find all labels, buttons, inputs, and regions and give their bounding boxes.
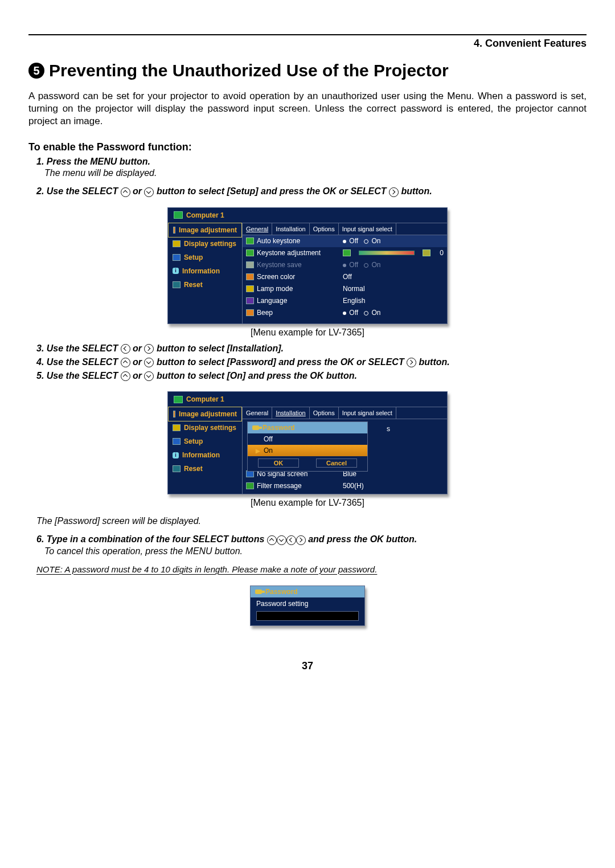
sidebar-setup[interactable]: Setup [168, 251, 242, 264]
row-beep[interactable]: Beep Off On [243, 307, 447, 324]
row-lamp-mode[interactable]: Lamp mode Normal [243, 283, 447, 295]
keystone-slider[interactable] [359, 251, 415, 255]
keystone-adj-icon [246, 249, 254, 256]
sidebar-reset-2[interactable]: Reset [168, 462, 242, 476]
keystone-save-icon [246, 261, 254, 268]
osd-sidebar: Image adjustment Display settings Setup … [168, 223, 243, 324]
password-box-title: Password [251, 586, 364, 597]
popup-cancel-button[interactable]: Cancel [316, 458, 357, 468]
password-input-field[interactable] [256, 611, 359, 621]
arrow-down-icon [144, 358, 154, 367]
arrow-down-icon [144, 371, 154, 381]
row-screen-color[interactable]: Screen color Off [243, 271, 447, 283]
display-icon [173, 424, 181, 431]
sidebar-setup-2[interactable]: Setup [168, 435, 242, 448]
password-entry-box: Password Password setting [250, 586, 365, 626]
tab-general[interactable]: General [243, 223, 272, 235]
arrow-up-icon [267, 535, 277, 545]
arrow-left-icon [286, 535, 296, 545]
menu-caption-2: [Menu example for LV-7365] [251, 498, 364, 508]
key-icon [255, 589, 262, 594]
arrow-down-icon [277, 535, 286, 545]
keystone-icon [246, 238, 254, 244]
arrow-right-icon [407, 358, 416, 367]
arrow-down-icon [144, 187, 154, 197]
osd-tabs: General Installation Options Input signa… [243, 223, 447, 235]
osd-source-title-2: Computer 1 [168, 392, 447, 407]
setup-icon [173, 438, 181, 445]
osd-menu-general: Computer 1 Image adjustment Display sett… [167, 207, 448, 324]
step-5: 5. Use the SELECT or button to select [O… [36, 371, 587, 381]
osd-source-title: Computer 1 [168, 208, 447, 223]
row-language[interactable]: Language English [243, 295, 447, 307]
image-icon [173, 411, 175, 417]
row-keystone-adjustment[interactable]: Keystone adjustment 0 [243, 247, 447, 259]
sidebar-information-2[interactable]: iInformation [168, 448, 242, 462]
selection-arrow-icon: ▶ [256, 448, 260, 454]
image-icon [173, 227, 175, 234]
sidebar-reset[interactable]: Reset [168, 278, 242, 292]
section-number-badge: 5 [28, 63, 44, 79]
lamp-icon [246, 285, 254, 292]
intro-paragraph: A password can be set for your projector… [28, 90, 587, 128]
cancel-note: To cancel this operation, press the MENU… [44, 546, 587, 556]
password-popup: Password Off ▶On OK Cancel [247, 421, 368, 472]
rule-top [28, 34, 587, 35]
section-title-text: Preventing the Unauthorized Use of the P… [49, 61, 449, 80]
screen-color-icon [246, 273, 254, 280]
osd-sidebar-2: Image adjustment Display settings Setup … [168, 407, 243, 494]
arrow-left-icon [121, 344, 130, 354]
key-icon [252, 425, 259, 430]
popup-off[interactable]: Off [248, 433, 367, 445]
slider-right-icon [423, 249, 430, 256]
sidebar-image-adjustment-2[interactable]: Image adjustment [168, 407, 242, 421]
sidebar-image-adjustment[interactable]: Image adjustment [168, 223, 242, 238]
projector-icon [174, 396, 183, 403]
row-filter-message[interactable]: Filter message 500(H) [243, 480, 447, 494]
reset-icon [173, 281, 181, 288]
beep-icon [246, 309, 254, 316]
password-setting-label: Password setting [256, 600, 308, 608]
sidebar-display-settings[interactable]: Display settings [168, 237, 242, 251]
arrow-up-icon [121, 358, 130, 367]
slider-left-icon [343, 249, 351, 256]
osd-tabs-2: General Installation Options Input signa… [243, 407, 447, 419]
sidebar-display-settings-2[interactable]: Display settings [168, 421, 242, 435]
step-1-sub: The menu will be displayed. [44, 168, 587, 178]
reset-icon [173, 465, 181, 472]
row-auto-keystone[interactable]: Auto keystone Off On [243, 235, 447, 247]
step-2: 2. Use the SELECT or button to select [S… [36, 186, 587, 196]
tab-options[interactable]: Options [310, 223, 339, 235]
tab-options-2[interactable]: Options [310, 407, 339, 419]
filter-icon [246, 482, 254, 489]
step-4: 4. Use the SELECT or button to select [P… [36, 357, 587, 367]
step-1: 1. Press the MENU button. [36, 157, 587, 167]
password-screen-note: The [Password] screen will be displayed. [36, 516, 587, 526]
step-3: 3. Use the SELECT or button to select [I… [36, 343, 587, 354]
arrow-up-icon [121, 187, 130, 197]
language-icon [246, 297, 254, 304]
arrow-right-icon [389, 187, 399, 197]
projector-icon [174, 211, 183, 219]
password-length-note: NOTE: A password must be 4 to 10 digits … [36, 564, 587, 574]
info-icon: i [173, 268, 179, 274]
tab-installation[interactable]: Installation [272, 223, 310, 235]
tab-general-2[interactable]: General [243, 407, 272, 419]
password-popup-title: Password [248, 422, 367, 433]
tab-installation-2[interactable]: Installation [272, 407, 310, 419]
section-title: 5 Preventing the Unauthorized Use of the… [28, 61, 587, 80]
sidebar-information[interactable]: iInformation [168, 264, 242, 278]
step-6: 6. Type in a combination of the four SEL… [36, 534, 587, 544]
tab-input-signal[interactable]: Input signal select [339, 223, 396, 235]
setup-icon [173, 254, 181, 261]
info-icon: i [173, 452, 179, 458]
chapter-label: 4. Convenient Features [28, 38, 587, 50]
tab-input-signal-2[interactable]: Input signal select [339, 407, 396, 419]
popup-ok-button[interactable]: OK [258, 458, 299, 468]
arrow-right-icon [144, 344, 154, 354]
sub-heading: To enable the Password function: [28, 141, 587, 153]
arrow-right-icon [296, 535, 306, 545]
popup-on[interactable]: ▶On [248, 445, 367, 456]
display-icon [173, 240, 181, 247]
menu-caption-1: [Menu example for LV-7365] [251, 327, 364, 338]
